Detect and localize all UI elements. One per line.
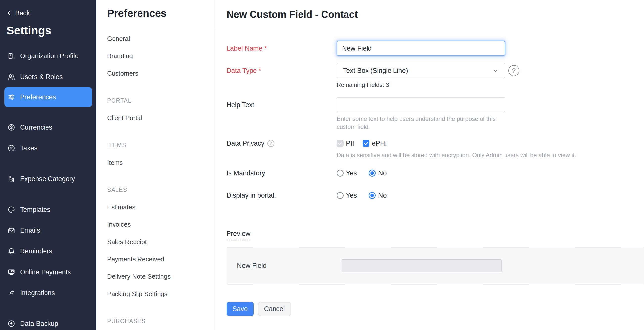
display-portal-yes-label[interactable]: Yes — [346, 192, 357, 200]
chevron-left-icon — [6, 10, 12, 16]
sidebar-item-integrations[interactable]: Integrations — [0, 282, 96, 303]
label-name-row: Label Name * New Field — [226, 41, 644, 56]
custom-field-form: Label Name * New Field Data Type * Text … — [214, 41, 644, 316]
sidebar-group: Data Backup — [0, 313, 96, 330]
remaining-fields-text: Remaining Fields: 3 — [336, 81, 519, 89]
expense-category-icon — [7, 175, 16, 183]
display-portal-no-radio[interactable] — [369, 192, 376, 199]
sidebar-item-label: Emails — [20, 227, 40, 234]
help-text-input[interactable] — [336, 97, 505, 112]
nav-section-header-items: ITEMS — [107, 136, 214, 154]
sidebar-group: TemplatesEmailsRemindersOnline PaymentsI… — [0, 199, 96, 303]
display-in-portal-label: Display in portal. — [226, 191, 336, 200]
settings-sidebar: Back Settings Organization ProfileUsers … — [0, 0, 96, 330]
online-payments-icon — [7, 268, 16, 276]
sidebar-item-organization-profile[interactable]: Organization Profile — [0, 46, 96, 66]
nav-item-packing-slip-settings[interactable]: Packing Slip Settings — [107, 285, 214, 302]
back-button[interactable]: Back — [0, 9, 96, 17]
help-text-row: Help Text Enter some text to help users … — [226, 97, 644, 131]
sidebar-item-expense-category[interactable]: Expense Category — [0, 169, 96, 189]
sidebar-item-label: Preferences — [20, 93, 56, 101]
sidebar-item-users-roles[interactable]: Users & Roles — [0, 66, 96, 87]
is-mandatory-label: Is Mandatory — [226, 169, 336, 177]
display-portal-no-label[interactable]: No — [378, 192, 387, 200]
nav-item-branding[interactable]: Branding — [107, 47, 214, 65]
sidebar-group: Organization ProfileUsers & RolesPrefere… — [0, 46, 96, 107]
is-mandatory-no-label[interactable]: No — [378, 170, 387, 177]
preferences-nav-column: Preferences GeneralBrandingCustomersPORT… — [96, 0, 214, 330]
is-mandatory-yes-radio[interactable] — [336, 170, 344, 177]
data-privacy-help-icon[interactable]: ? — [267, 140, 274, 147]
sidebar-item-label: Online Payments — [20, 268, 71, 276]
display-in-portal-row: Display in portal. Yes No — [226, 191, 644, 200]
reminders-bell-icon — [7, 247, 16, 255]
data-privacy-label-wrap: Data Privacy ? — [226, 139, 336, 148]
nav-item-payments-received[interactable]: Payments Received — [107, 250, 214, 268]
sidebar-item-taxes[interactable]: Taxes — [0, 138, 96, 158]
data-type-help-icon[interactable]: ? — [508, 65, 519, 76]
sidebar-item-preferences[interactable]: Preferences — [4, 87, 92, 107]
sidebar-item-emails[interactable]: Emails — [0, 220, 96, 241]
sidebar-item-label: Expense Category — [20, 175, 75, 183]
preferences-sliders-icon — [7, 93, 16, 101]
sidebar-item-data-backup[interactable]: Data Backup — [0, 313, 96, 330]
back-label[interactable]: Back — [15, 10, 30, 17]
currency-dollar-icon — [7, 123, 16, 131]
nav-item-invoices[interactable]: Invoices — [107, 216, 214, 233]
ephi-checkbox[interactable] — [362, 140, 370, 147]
templates-palette-icon — [7, 205, 16, 214]
sidebar-item-label: Reminders — [20, 247, 52, 255]
sidebar-item-templates[interactable]: Templates — [0, 199, 96, 220]
pii-checkbox[interactable] — [336, 140, 344, 147]
settings-title: Settings — [0, 24, 96, 37]
data-type-select[interactable]: Text Box (Single Line) — [336, 63, 505, 78]
help-text-label: Help Text — [226, 97, 336, 112]
nav-item-delivery-note-settings[interactable]: Delivery Note Settings — [107, 268, 214, 285]
nav-section-header-portal: PORTAL — [107, 92, 214, 109]
sidebar-item-label: Currencies — [20, 124, 52, 131]
help-text-hint: Enter some text to help users understand… — [336, 115, 497, 131]
sidebar-item-label: Users & Roles — [20, 73, 63, 81]
is-mandatory-no-radio[interactable] — [369, 170, 376, 177]
preferences-nav-group: PURCHASES — [107, 312, 214, 330]
organization-profile-icon — [7, 52, 16, 60]
data-privacy-row: Data Privacy ? PII ePHI Data is sensitiv… — [226, 139, 644, 159]
data-privacy-label: Data Privacy — [226, 139, 264, 148]
data-type-row: Data Type * Text Box (Single Line) ? Rem… — [226, 63, 644, 89]
nav-item-general[interactable]: General — [107, 30, 214, 47]
data-backup-icon — [7, 319, 16, 328]
sidebar-item-reminders[interactable]: Reminders — [0, 241, 96, 262]
data-type-label: Data Type * — [226, 63, 336, 78]
cancel-button[interactable]: Cancel — [258, 302, 291, 316]
label-name-input[interactable]: New Field — [336, 41, 505, 56]
integrations-plug-icon — [7, 289, 16, 297]
sidebar-item-online-payments[interactable]: Online Payments — [0, 262, 96, 282]
nav-item-client-portal[interactable]: Client Portal — [107, 109, 214, 127]
form-actions: Save Cancel — [226, 302, 644, 316]
preview-panel: New Field — [226, 247, 644, 284]
sidebar-item-currencies[interactable]: Currencies — [0, 117, 96, 138]
sidebar-group: CurrenciesTaxes — [0, 117, 96, 158]
nav-item-sales-receipt[interactable]: Sales Receipt — [107, 233, 214, 250]
nav-section-header-purchases: PURCHASES — [107, 312, 214, 330]
app-window: Back Settings Organization ProfileUsers … — [0, 0, 644, 330]
preferences-title: Preferences — [107, 8, 214, 19]
preferences-nav-group: PORTALClient Portal — [107, 92, 214, 127]
page-title: New Custom Field - Contact — [226, 9, 358, 20]
save-button[interactable]: Save — [226, 302, 254, 316]
preview-field-input — [342, 259, 502, 272]
nav-item-items[interactable]: Items — [107, 154, 214, 171]
preview-label: Preview — [226, 230, 250, 240]
users-roles-icon — [7, 73, 16, 81]
is-mandatory-yes-label[interactable]: Yes — [346, 170, 357, 177]
display-portal-yes-radio[interactable] — [336, 192, 344, 199]
nav-item-estimates[interactable]: Estimates — [107, 199, 214, 216]
preferences-nav-list: GeneralBrandingCustomersPORTALClient Por… — [107, 30, 214, 330]
ephi-checkbox-label[interactable]: ePHI — [372, 140, 387, 147]
data-privacy-hint: Data is sensitive and will be stored wit… — [336, 151, 576, 159]
sidebar-item-label: Data Backup — [20, 320, 58, 327]
divider — [226, 294, 644, 294]
pii-checkbox-label[interactable]: PII — [346, 140, 354, 147]
nav-item-customers[interactable]: Customers — [107, 65, 214, 82]
label-name-value: New Field — [342, 45, 372, 52]
